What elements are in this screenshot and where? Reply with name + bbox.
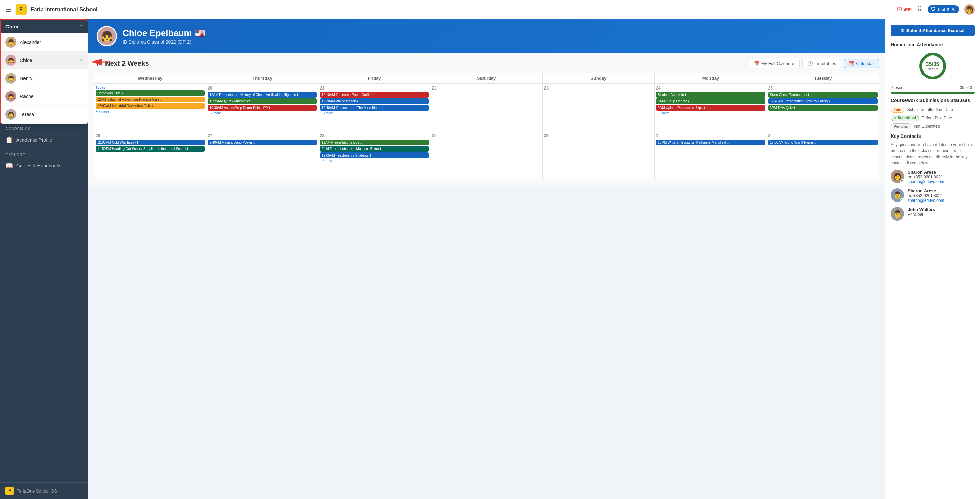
- student-header: 👧 Chloe Epelbaum 🇺🇸 IB Diploma Class of …: [89, 19, 885, 53]
- clock-icon: 🕐: [808, 61, 813, 66]
- attendance-bar-value: 35 of 35: [960, 85, 975, 90]
- coursework-statuses: Late Submitted after Due Date ✓ Submitte…: [891, 107, 975, 129]
- calendar-days-header: Wednesday Thursday Friday Saturday Sunda…: [94, 73, 879, 84]
- event[interactable]: 3PM DNA Quiz ℹ: [768, 105, 878, 111]
- switcher-arrow: ▼: [951, 7, 956, 12]
- event[interactable]: 9AM Upload Permission Slips ℹ: [656, 105, 765, 111]
- attendance-bar-row: Present 35 of 35: [891, 85, 975, 90]
- sidebar-item-label: Academic Profile: [16, 137, 52, 143]
- calendar-icon: 📅: [94, 59, 102, 68]
- event[interactable]: 10:30AM AssessPrep Demo Points DP ℹ: [208, 105, 317, 111]
- user-avatar[interactable]: 👩: [964, 5, 975, 14]
- event[interactable]: 12:05AM World War II Paper ℹ: [768, 140, 878, 145]
- full-calendar-button[interactable]: 📅 My Full Calendar: [749, 59, 800, 69]
- contact-email-1[interactable]: sharon@eduvo.com: [907, 179, 944, 184]
- student-item-chloe[interactable]: 👧 Chloe ✓: [1, 51, 88, 69]
- status-pending: Pending Not Submitted: [891, 123, 975, 129]
- timetables-button[interactable]: 🕐 Timetables: [802, 59, 841, 69]
- selected-check: ✓: [79, 57, 83, 64]
- event[interactable]: 11:50PM Handing Out School Supplies to t…: [95, 146, 205, 152]
- student-switcher[interactable]: 🛡 1 of 2 ▼: [928, 5, 959, 13]
- day-saturday: Saturday: [430, 73, 542, 83]
- sidebar-item-guides[interactable]: 📖 Guides & Handbooks: [0, 159, 89, 173]
- contact-item-2: 👨 Sharon Arese m: +852 9201 8021 sharon@…: [891, 188, 975, 203]
- cal-cell-1: 1 10PM Write an Essay on Katharine Mansf…: [655, 131, 767, 179]
- day-wednesday: Wednesday: [94, 73, 206, 83]
- cal-cell-23: 23: [543, 84, 655, 131]
- contact-email-2[interactable]: sharon@eduvo.com: [907, 198, 944, 203]
- calendar-outline-icon: 📅: [754, 61, 759, 66]
- event[interactable]: Student Check In ℹ: [656, 92, 765, 98]
- more-link[interactable]: + 4 more: [320, 159, 429, 163]
- contact-item-1: 👩 Sharon Arese m: +852 9201 8021 sharon@…: [891, 169, 975, 184]
- more-link[interactable]: + 1 more: [656, 111, 765, 115]
- content-area: 👧 Chloe Epelbaum 🇺🇸 IB Diploma Class of …: [89, 19, 885, 499]
- event[interactable]: 12:05AM Cold War Essay ℹ: [95, 140, 205, 145]
- nav-left: ☰ F Faria International School: [5, 4, 97, 15]
- event[interactable]: 12AM Presentations Due ℹ: [320, 140, 429, 145]
- event[interactable]: 12:05AM Industrial Revolution Quiz ℹ: [95, 103, 205, 109]
- event[interactable]: 12:40AM Presentation: The Microbiome ℹ: [320, 105, 429, 111]
- hamburger-icon[interactable]: ☰: [5, 5, 11, 14]
- key-contacts-title: Key Contacts: [891, 134, 975, 139]
- cal-cell-26: 26 12:05AM Cold War Essay ℹ 11:50PM Hand…: [94, 131, 206, 179]
- event[interactable]: 12AM Presentation: History of Chess Arti…: [208, 92, 317, 98]
- event[interactable]: 9AM Group Debate ℹ: [656, 98, 765, 104]
- mail-icon: ✉: [897, 5, 902, 14]
- faria-logo: F: [5, 487, 14, 495]
- sidebar-item-academic-profile[interactable]: 📋 Academic Profile: [0, 133, 89, 147]
- event[interactable]: 12:25AM Quiz - Kinematics ℹ: [208, 98, 317, 104]
- more-link[interactable]: + 2 more: [208, 111, 317, 115]
- event[interactable]: 12:05AM Teachers vs Students ℹ: [320, 153, 429, 158]
- event[interactable]: 12AM Industrial Revolution Practice Quiz…: [95, 97, 205, 102]
- contact-name-2: Sharon Arese: [907, 188, 944, 193]
- day-sunday: Sunday: [543, 73, 655, 83]
- student-item-teresa[interactable]: 👩 Teresa: [1, 105, 88, 124]
- cal-cell-30: 30: [543, 131, 655, 179]
- coursework-title: Coursework Submissions Statuses: [891, 98, 975, 103]
- cal-cell-27: 27 2:40AM Paint a Band Poster ℹ: [206, 131, 318, 179]
- submitted-desc: Before Due Date: [922, 116, 952, 121]
- more-link[interactable]: + 7 more: [95, 110, 205, 113]
- sidebar-item-label: Guides & Handbooks: [16, 163, 61, 169]
- late-desc: Submitted after Due Date: [907, 107, 953, 112]
- event[interactable]: 2:40AM Paint a Band Poster ℹ: [208, 140, 317, 145]
- switcher-label: 1 of 2: [937, 7, 949, 12]
- event[interactable]: Homework Due ℹ: [95, 90, 205, 96]
- apps-grid-icon[interactable]: ⠿: [917, 5, 922, 14]
- key-contacts-desc: Any questions you have related to your c…: [891, 142, 975, 166]
- event[interactable]: Field Trip to Lebanese Museum Beirut ℹ: [320, 146, 429, 152]
- attendance-present-label: Present: [926, 67, 939, 71]
- student-full-name: Chloe Epelbaum 🇺🇸: [123, 28, 205, 38]
- cal-cell-29: 29: [430, 131, 542, 179]
- student-info: Chloe Epelbaum 🇺🇸 IB Diploma Class of 20…: [123, 28, 205, 45]
- attendance-bar-label: Present: [891, 85, 904, 90]
- sidebar: Chloe ⌃ 👦 Alexander 👧 Chloe ✓ 👦 Henry 👧 …: [0, 19, 89, 499]
- more-link[interactable]: + 3 more: [320, 111, 429, 115]
- calendar-title: 📅 Next 2 Weeks: [94, 59, 149, 68]
- online-indicator: [900, 179, 904, 183]
- day-tuesday: Tuesday: [767, 73, 879, 83]
- cal-cell-21: 21 12:10AM Research Paper Outline ℹ 12:3…: [318, 84, 430, 131]
- contact-avatar-2: 👨: [891, 188, 904, 202]
- student-item-alexander[interactable]: 👦 Alexander: [1, 33, 88, 51]
- day-friday: Friday: [318, 73, 430, 83]
- school-name: Faria International School: [30, 6, 97, 13]
- event[interactable]: 12:10AM Research Paper Outline ℹ: [320, 92, 429, 98]
- submitted-badge: ✓ Submitted: [891, 115, 919, 121]
- academic-profile-icon: 📋: [5, 136, 13, 143]
- event[interactable]: 10PM Write an Essay on Katharine Mansfie…: [656, 140, 765, 145]
- mail-badge[interactable]: ✉ 499: [897, 5, 912, 14]
- dropdown-header[interactable]: Chloe ⌃: [1, 20, 88, 33]
- student-avatar: 👧: [5, 55, 16, 66]
- event[interactable]: 12:30AM online lesson ℹ: [320, 98, 429, 104]
- calendar-view-button[interactable]: 📆 Calendar: [844, 59, 879, 69]
- sidebar-footer: F FariaOne School OS: [0, 482, 89, 499]
- student-item-henry[interactable]: 👦 Henry: [1, 69, 88, 88]
- main-area: 👧 Chloe Epelbaum 🇺🇸 IB Diploma Class of …: [89, 19, 980, 499]
- event[interactable]: 12:40AM Presentation: Healthy Eating ℹ: [768, 98, 878, 104]
- event[interactable]: State Chess Tournament ℹ: [768, 92, 878, 98]
- student-item-rachel[interactable]: 👧 Rachel: [1, 88, 88, 105]
- right-panel: ✉ Submit Attendance Excusal Homeroom Att…: [885, 19, 980, 499]
- submit-attendance-button[interactable]: ✉ Submit Attendance Excusal: [891, 24, 975, 37]
